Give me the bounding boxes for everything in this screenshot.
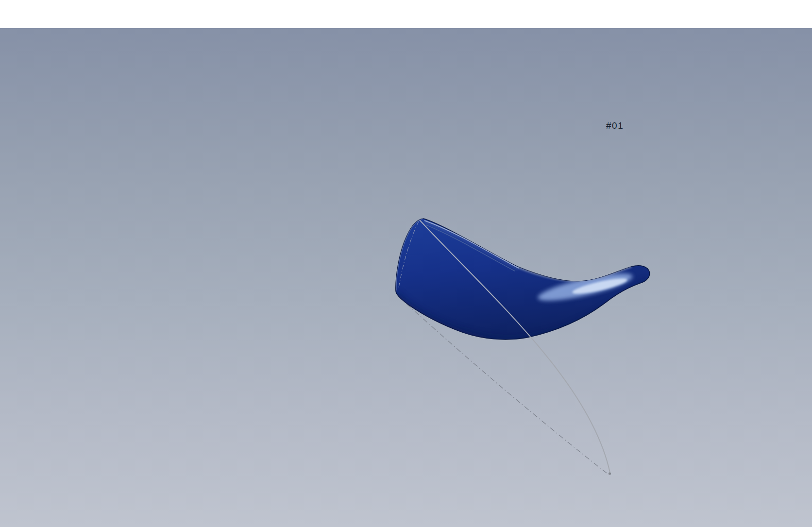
svg-text:#01: #01 bbox=[606, 120, 624, 131]
